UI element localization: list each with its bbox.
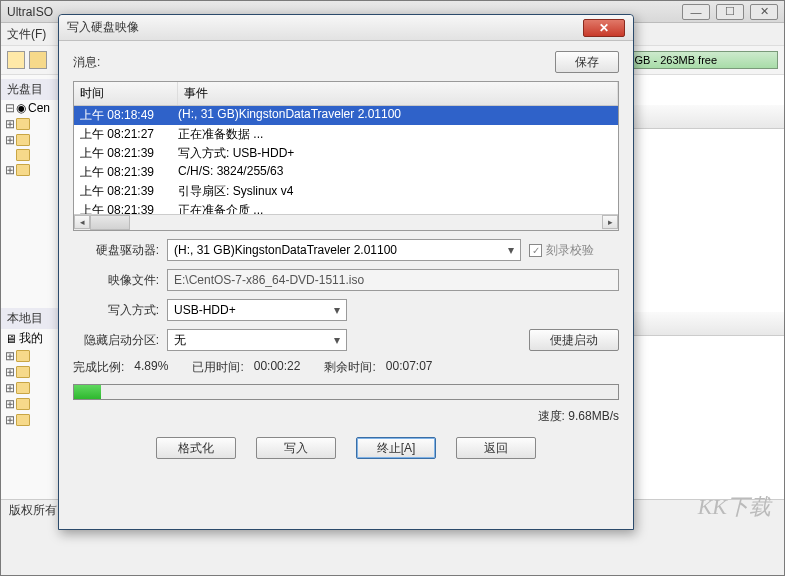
write-method-select[interactable]: USB-HDD+ [167, 299, 347, 321]
menu-file[interactable]: 文件(F) [7, 26, 46, 43]
log-row[interactable]: 上午 08:21:39引导扇区: Syslinux v4 [74, 182, 618, 201]
remain-label: 剩余时间: [324, 359, 375, 376]
dialog-titlebar: 写入硬盘映像 ✕ [59, 15, 633, 41]
scroll-right-icon[interactable]: ▸ [602, 215, 618, 229]
log-header: 时间 事件 [74, 82, 618, 106]
abort-button[interactable]: 终止[A] [356, 437, 436, 459]
quick-boot-button[interactable]: 便捷启动 [529, 329, 619, 351]
remain-value: 00:07:07 [386, 359, 433, 376]
format-button[interactable]: 格式化 [156, 437, 236, 459]
progress-fill [74, 385, 101, 399]
image-path-input[interactable] [167, 269, 619, 291]
toolbar-open-icon[interactable] [29, 51, 47, 69]
progress-bar [73, 384, 619, 400]
log-row[interactable]: 上午 08:21:39C/H/S: 3824/255/63 [74, 163, 618, 182]
minimize-button[interactable]: — [682, 4, 710, 20]
log-row[interactable]: 上午 08:21:39正在准备介质 ... [74, 201, 618, 214]
progress-info: 完成比例:4.89% 已用时间:00:00:22 剩余时间:00:07:07 [73, 359, 619, 376]
col-event[interactable]: 事件 [178, 82, 618, 105]
speed-value: 9.68MB/s [568, 409, 619, 423]
write-button[interactable]: 写入 [256, 437, 336, 459]
verify-checkbox[interactable]: ✓刻录校验 [529, 242, 619, 259]
close-button[interactable]: ✕ [750, 4, 778, 20]
ratio-value: 4.89% [134, 359, 168, 376]
dialog-close-button[interactable]: ✕ [583, 19, 625, 37]
elapsed-label: 已用时间: [192, 359, 243, 376]
drive-label: 硬盘驱动器: [73, 242, 159, 259]
log-hscrollbar[interactable]: ◂ ▸ [74, 214, 618, 230]
window-controls: — ☐ ✕ [682, 4, 778, 20]
hidden-boot-select[interactable]: 无 [167, 329, 347, 351]
elapsed-value: 00:00:22 [254, 359, 301, 376]
ratio-label: 完成比例: [73, 359, 124, 376]
col-time[interactable]: 时间 [74, 82, 178, 105]
log-listview[interactable]: 时间 事件 上午 08:18:49(H:, 31 GB)KingstonData… [73, 81, 619, 231]
scroll-thumb[interactable] [90, 215, 130, 230]
save-button[interactable]: 保存 [555, 51, 619, 73]
write-method-label: 写入方式: [73, 302, 159, 319]
back-button[interactable]: 返回 [456, 437, 536, 459]
dialog-title: 写入硬盘映像 [67, 19, 583, 36]
toolbar-new-icon[interactable] [7, 51, 25, 69]
log-row[interactable]: 上午 08:21:27正在准备数据 ... [74, 125, 618, 144]
message-label: 消息: [73, 54, 555, 71]
write-disk-image-dialog: 写入硬盘映像 ✕ 消息: 保存 时间 事件 上午 08:18:49(H:, 31… [58, 14, 634, 530]
hidden-boot-label: 隐藏启动分区: [73, 332, 159, 349]
log-row[interactable]: 上午 08:21:39写入方式: USB-HDD+ [74, 144, 618, 163]
log-row[interactable]: 上午 08:18:49(H:, 31 GB)KingstonDataTravel… [74, 106, 618, 125]
speed-label: 速度: [538, 409, 565, 423]
image-label: 映像文件: [73, 272, 159, 289]
dialog-button-row: 格式化 写入 终止[A] 返回 [73, 437, 619, 459]
maximize-button[interactable]: ☐ [716, 4, 744, 20]
scroll-left-icon[interactable]: ◂ [74, 215, 90, 229]
drive-select[interactable]: (H:, 31 GB)KingstonDataTraveler 2.01100 [167, 239, 521, 261]
